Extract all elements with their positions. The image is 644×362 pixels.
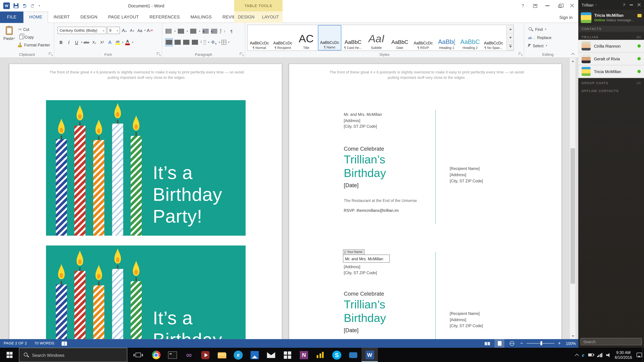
superscript-button[interactable] bbox=[98, 38, 106, 46]
honoree-name[interactable]: Trillian’s bbox=[344, 298, 385, 311]
event-venue[interactable]: The Restaurant at the End of the Univers… bbox=[344, 198, 417, 203]
ribbon-tab[interactable]: INSERT bbox=[48, 11, 75, 23]
ribbon-tab[interactable]: HOME bbox=[24, 11, 48, 23]
zoom-out-button[interactable] bbox=[519, 339, 524, 348]
trillian-help-button[interactable] bbox=[623, 3, 625, 7]
sign-in-link[interactable]: Sign in bbox=[559, 11, 572, 23]
grow-font-button[interactable] bbox=[121, 27, 128, 34]
rsvp-line[interactable]: RSVP: themcmillans@trillian.im bbox=[344, 208, 399, 213]
recipient-address-block[interactable]: [Recipient Name] [Address] [City, ST ZIP… bbox=[450, 165, 483, 184]
style-item[interactable]: AaBbC Heading 2 bbox=[458, 25, 482, 50]
contact-row[interactable]: Cirilla Riannon bbox=[578, 40, 644, 53]
context-tab[interactable]: DESIGN bbox=[234, 11, 258, 23]
ribbon-tab[interactable]: FILE bbox=[0, 11, 24, 23]
media-player-icon[interactable] bbox=[197, 348, 214, 362]
style-item[interactable]: AaBbCcDc ¶ Recipient bbox=[271, 25, 294, 50]
shading-button[interactable] bbox=[211, 40, 217, 45]
style-item[interactable]: AaBbCcDc ¶ No Spac... bbox=[482, 25, 505, 50]
help-button[interactable]: ? bbox=[517, 0, 529, 11]
clear-formatting-button[interactable] bbox=[146, 27, 153, 34]
proofing-status-button[interactable] bbox=[58, 339, 71, 348]
restore-button[interactable] bbox=[554, 0, 566, 11]
document-page-1[interactable]: The front of these great 4 x 6 postcards… bbox=[9, 64, 282, 339]
event-date[interactable]: [Date] bbox=[344, 182, 358, 189]
ribbon-display-options-button[interactable] bbox=[529, 0, 541, 11]
photos-icon[interactable] bbox=[246, 348, 263, 362]
sort-button[interactable] bbox=[220, 29, 226, 33]
align-left-button[interactable] bbox=[166, 38, 172, 46]
contact-row[interactable]: Tricia McMillan bbox=[578, 65, 644, 78]
style-item[interactable]: AaBb( Heading 1 bbox=[435, 25, 458, 50]
find-button[interactable]: Find bbox=[528, 26, 546, 32]
print-layout-button[interactable] bbox=[494, 339, 504, 348]
italic-button[interactable] bbox=[65, 38, 72, 46]
word-count[interactable]: 70 WORDS bbox=[31, 339, 58, 348]
zoom-in-button[interactable] bbox=[557, 339, 562, 348]
style-item[interactable]: AaI Subtitle bbox=[365, 25, 388, 50]
offline-contacts-header[interactable]: OFFLINE CONTACTS bbox=[578, 88, 644, 93]
clipboard-dialog-launcher[interactable] bbox=[49, 53, 52, 56]
collapse-ribbon-button[interactable] bbox=[571, 52, 575, 55]
style-item[interactable]: AaBbCcDc ¶ Name bbox=[318, 25, 341, 50]
chrome-icon[interactable] bbox=[148, 348, 164, 362]
presence-status[interactable]: Online bbox=[594, 18, 605, 22]
bold-button[interactable] bbox=[58, 38, 64, 46]
word-icon[interactable]: W bbox=[362, 348, 378, 362]
chart-app-icon[interactable] bbox=[312, 348, 328, 362]
contact-group-header[interactable]: TRILLIAN 3/4 bbox=[578, 34, 644, 40]
bullets-button[interactable] bbox=[166, 29, 172, 33]
contact-row[interactable]: Geralt of Rivia bbox=[578, 53, 644, 65]
strikethrough-button[interactable] bbox=[83, 38, 90, 46]
scrollbar-thumb[interactable] bbox=[570, 148, 575, 284]
styles-more-button[interactable] bbox=[507, 42, 514, 51]
honoree-name[interactable]: Trillian’s bbox=[344, 153, 385, 166]
decrease-indent-button[interactable] bbox=[202, 29, 209, 33]
sender-address-block[interactable]: [Address] [City, ST ZIP Code] bbox=[344, 264, 377, 276]
document-area[interactable]: The front of these great 4 x 6 postcards… bbox=[0, 58, 578, 339]
format-painter-button[interactable]: Format Painter bbox=[18, 42, 50, 48]
replace-button[interactable]: Replace bbox=[528, 34, 552, 40]
style-item[interactable]: AaBbCcDc ¶ RSVP bbox=[412, 25, 435, 50]
trillian-search-input[interactable] bbox=[580, 338, 642, 345]
action-center-button[interactable] bbox=[636, 353, 642, 357]
shrink-font-button[interactable] bbox=[128, 27, 136, 34]
edge-tray-icon[interactable] bbox=[582, 352, 584, 358]
honoree-name[interactable]: Birthday bbox=[344, 311, 386, 325]
mail-icon[interactable] bbox=[263, 348, 279, 362]
sender-address-block[interactable]: Mr. and Mrs. McMillan [Address] [City, S… bbox=[344, 112, 382, 130]
cut-button[interactable]: Cut bbox=[18, 26, 50, 32]
style-item[interactable]: AaBbCcDc ¶ Normal bbox=[248, 25, 271, 50]
battery-icon[interactable] bbox=[588, 354, 593, 356]
scroll-down-button[interactable] bbox=[570, 333, 576, 339]
ribbon-tab[interactable]: DESIGN bbox=[75, 11, 103, 23]
command-prompt-icon[interactable] bbox=[164, 348, 181, 362]
event-date[interactable]: [Date] bbox=[344, 327, 358, 333]
user-avatar[interactable] bbox=[581, 12, 592, 23]
zoom-slider[interactable] bbox=[526, 343, 554, 344]
increase-indent-button[interactable] bbox=[211, 29, 217, 33]
ribbon-tab[interactable]: REFERENCES bbox=[144, 11, 185, 23]
start-button[interactable] bbox=[0, 348, 19, 362]
highlight-button[interactable] bbox=[114, 38, 121, 46]
underline-button[interactable] bbox=[73, 38, 80, 46]
vertical-scrollbar[interactable] bbox=[569, 58, 576, 339]
status-message[interactable]: Status message... bbox=[606, 18, 634, 22]
taskbar-clock[interactable]: 9:30 AM 6/10/2016 bbox=[615, 350, 632, 360]
line-spacing-button[interactable] bbox=[200, 40, 206, 45]
font-color-button[interactable] bbox=[124, 38, 131, 46]
styles-scroll-down-button[interactable] bbox=[507, 33, 514, 42]
web-layout-button[interactable] bbox=[507, 339, 517, 348]
page-indicator[interactable]: PAGE 2 OF 2 bbox=[0, 339, 31, 348]
document-page-2[interactable]: The front of these great 4 x 6 postcards… bbox=[289, 64, 562, 339]
network-icon[interactable] bbox=[597, 353, 602, 357]
show-desktop-button[interactable] bbox=[642, 348, 644, 362]
honoree-name[interactable]: Birthday bbox=[344, 166, 386, 180]
group-chats-header[interactable]: GROUP CHATS 1/1 bbox=[578, 80, 644, 86]
read-mode-button[interactable] bbox=[482, 339, 492, 348]
taskbar-search-input[interactable] bbox=[32, 353, 123, 357]
show-formatting-marks-button[interactable] bbox=[228, 27, 235, 35]
style-item[interactable]: AaBbC Date bbox=[388, 25, 412, 50]
paste-button[interactable]: Paste bbox=[2, 25, 16, 52]
paragraph-dialog-launcher[interactable] bbox=[240, 53, 243, 56]
task-view-button[interactable] bbox=[130, 348, 146, 362]
